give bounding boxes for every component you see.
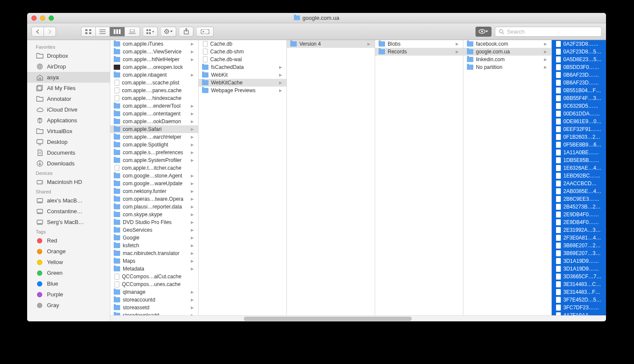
file-row[interactable]: 2B6C9EE3…D53716AFC [552,195,606,203]
folder-row[interactable]: com.apple.…ookDaemon▶ [110,118,198,125]
file-row[interactable]: 0A2F23D8…54DC-body [552,48,606,56]
sidebar-item[interactable]: Desktop [27,137,110,147]
folder-row[interactable]: Blobs▶ [375,40,463,48]
folder-row[interactable]: com.apple.…ontentagent▶ [110,110,198,118]
folder-row[interactable]: com.apple.…ViewService▶ [110,48,198,56]
sidebar-item[interactable]: Dropbox [27,50,110,61]
search-input[interactable] [507,28,598,35]
sidebar-item[interactable]: Red [27,235,110,246]
sidebar-item[interactable]: Gray [27,300,110,311]
file-row[interactable]: Cache.db [199,40,286,48]
file-row[interactable]: 2E9DB4F0…5CA991CB2 [552,211,606,218]
file-row[interactable]: 0A5D8E23…5F212F11F [552,56,606,63]
file-row[interactable]: 0F5BE8B9…687D29244 [552,141,606,149]
zoom-button[interactable] [49,16,54,21]
back-button[interactable] [31,27,44,37]
folder-row[interactable]: ksfetch▶ [110,242,198,249]
folder-row[interactable]: com.google…wareUpdate▶ [110,180,198,187]
sidebar-item[interactable]: VirtualBox [27,126,110,137]
sidebar-item[interactable]: Applications [27,115,110,126]
file-row[interactable]: 3F7E452D…51DE7D103 [552,296,606,304]
file-row[interactable]: 2AACCBCD…83977638 [552,180,606,187]
folder-row[interactable]: com.apple.iTunes▶ [110,40,198,48]
folder-row[interactable]: com.apple.…earchHelper▶ [110,133,198,141]
folder-row[interactable]: google.com.ua▶ [463,48,551,56]
folder-row[interactable]: GeoServices▶ [110,226,198,234]
icon-view-button[interactable] [81,27,96,37]
folder-row[interactable]: com.apple…htNetHelper▶ [110,56,198,63]
search-field[interactable] [495,27,602,37]
sidebar-item[interactable]: Annotator [27,93,110,104]
file-row[interactable]: 1A11A0BE…4F51C55B6 [552,149,606,156]
folder-row[interactable]: com.apple.Safari▶ [110,125,198,133]
folder-row[interactable]: com.apple.…endererTool▶ [110,102,198,110]
folder-row[interactable]: com.apple.nbagent▶ [110,71,198,79]
file-row[interactable]: 2B45273B…22610BC00 [552,203,606,211]
share-button[interactable] [180,27,193,37]
folder-row[interactable]: storeassetd▶ [110,304,198,311]
file-row[interactable]: 00D61DDA…4BAA26CF3 [552,110,606,118]
sidebar-item[interactable]: Orange [27,246,110,257]
file-row[interactable]: 0B6AF23D…50147-body [552,79,606,87]
folder-row[interactable]: Metadata▶ [110,265,198,273]
file-row[interactable]: 1DB5E85B…4022E4B3C [552,156,606,164]
folder-row[interactable]: No partition▶ [463,63,551,71]
horizontal-scrollbar[interactable] [110,315,606,321]
folder-row[interactable]: Version 4▶ [287,40,375,48]
list-view-button[interactable] [96,27,110,37]
close-button[interactable] [31,16,37,21]
file-row[interactable]: 3B69E207…22743A9DB [552,242,606,249]
file-row[interactable]: 2F3E0A81…4ABF6D38E [552,234,606,242]
file-row[interactable]: 3D1A19D9…310C-body [552,265,606,273]
edit-tags-button[interactable] [197,27,214,37]
folder-row[interactable]: fsCachedData▶ [199,63,286,71]
folder-row[interactable]: com.plausi…reporter.data▶ [110,203,198,211]
file-row[interactable]: com.apple.…oreopen.lock [110,63,198,71]
folder-row[interactable]: com.skype.skype▶ [110,211,198,218]
file-row[interactable]: 0B5DD3F0…D7E58F982 [552,63,606,71]
sidebar-item[interactable]: AirDrop [27,61,110,72]
forward-button[interactable] [44,27,56,37]
folder-row[interactable]: WebKit▶ [199,71,286,79]
file-row[interactable]: com.apple.t…itcher.cache [110,164,198,172]
file-row[interactable]: 1E6326AE…4F21CBA06 [552,164,606,172]
action-button[interactable] [161,27,176,37]
sidebar-item[interactable]: Yellow [27,257,110,268]
file-row[interactable]: 0DE861E9…0A61C4C93 [552,118,606,125]
folder-row[interactable]: linkedin.com▶ [463,56,551,63]
sidebar-item[interactable]: Documents [27,147,110,158]
file-row[interactable]: 3E314483…F5331-body [552,288,606,296]
folder-row[interactable]: mac.nibirutech.translator▶ [110,249,198,257]
scrollbar-thumb[interactable] [244,317,412,321]
file-row[interactable]: 3B69E207…3A9DB-body [552,249,606,257]
folder-row[interactable]: com.nektony.funter▶ [110,187,198,195]
file-row[interactable]: 0B551B04…FE661531C [552,87,606,94]
file-row[interactable]: 0A2F23D8…E693B54DC [552,40,606,48]
file-row[interactable]: 3FC7DF23…3AD0F6401 [552,304,606,311]
file-row[interactable]: 2E9DB4F0…91CB2-body [552,218,606,226]
file-row[interactable]: 0B6AF23D…146250147 [552,71,606,79]
folder-row[interactable]: WebKitCache▶ [199,79,286,87]
folder-row[interactable]: com.apple.Spotlight▶ [110,141,198,149]
folder-row[interactable]: com.apple.SystemProfiler▶ [110,156,198,164]
folder-row[interactable]: Google▶ [110,234,198,242]
file-row[interactable]: QCCompos…alCut.cache [110,273,198,280]
column-view-button[interactable] [110,27,125,37]
sidebar-item[interactable]: alex's MacB… [27,195,110,206]
folder-row[interactable]: com.operas…tware.Opera▶ [110,195,198,203]
minimize-button[interactable] [40,16,45,21]
file-row[interactable]: com.apple.…scache.plist [110,79,198,87]
quicklook-button[interactable] [476,27,491,37]
sidebar-item[interactable]: Blue [27,278,110,289]
folder-row[interactable]: Records▶ [375,48,463,56]
file-row[interactable]: com.apple.…panes.cache [110,87,198,94]
file-row[interactable]: 0F1B2603…2367B03DF [552,133,606,141]
file-row[interactable]: 0EEF32F91…68F136630 [552,125,606,133]
file-row[interactable]: Cache.db-shm [199,48,286,56]
file-row[interactable]: com.apple.…hindexcache [110,94,198,102]
folder-row[interactable]: com.google…stone.Agent▶ [110,172,198,180]
folder-row[interactable]: Maps▶ [110,257,198,265]
folder-row[interactable]: com.apple.s…preferences▶ [110,149,198,156]
folder-row[interactable]: DVD Studio Pro Files▶ [110,218,198,226]
file-row[interactable]: QCCompos…unes.cache [110,280,198,288]
